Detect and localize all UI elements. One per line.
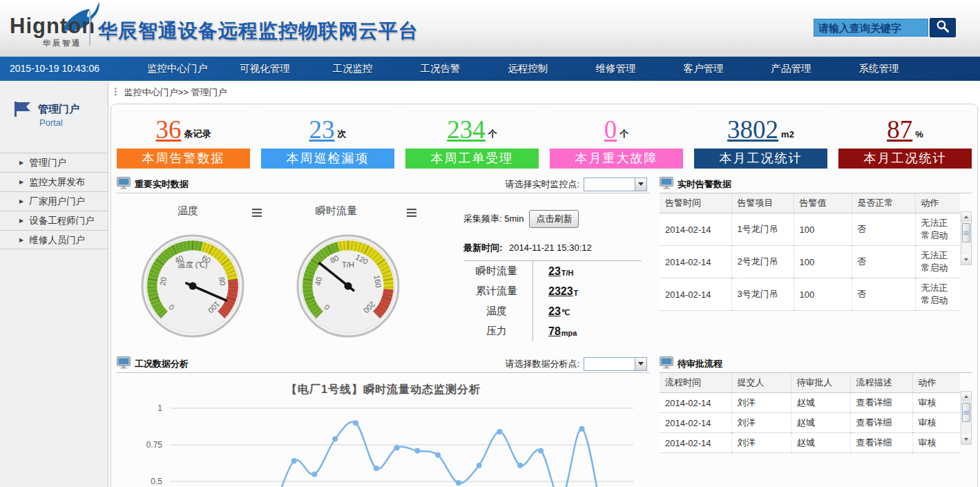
search-input[interactable] xyxy=(814,19,928,37)
realtime-readings: 采集频率: 5min 点击刷新 最新时间: 2014-11-21 15:30:1… xyxy=(463,210,642,341)
alarm-time: 2014-02-14 xyxy=(660,246,731,278)
scroll-thumb[interactable] xyxy=(962,223,970,242)
column-header[interactable]: 告警项目 xyxy=(731,193,794,213)
alarm-panel-header: 实时告警数据 xyxy=(660,175,972,193)
nav-item[interactable]: 远程控制 xyxy=(484,57,572,81)
stat-label-bar[interactable]: 本月工况统计 xyxy=(694,149,827,169)
reading-value[interactable]: 23 xyxy=(548,305,561,318)
column-header[interactable]: 是否正常 xyxy=(852,193,915,213)
nav-item[interactable]: 工况监控 xyxy=(309,57,396,81)
analysis-point-select[interactable] xyxy=(584,357,647,371)
sidebar-item-label: 管理门户 xyxy=(29,157,66,168)
sidebar-item[interactable]: ▶维修人员门户 xyxy=(0,230,108,249)
panel-row-1: 重要实时数据 请选择实时监控点: 温度 瞬时流量 xyxy=(117,175,972,351)
panel-title: 重要实时数据 xyxy=(135,178,189,191)
table-row[interactable]: 2014-02-14 刘洋 赵城 查看详细 审核 xyxy=(660,433,960,453)
stat-value-link[interactable]: 3802 xyxy=(727,117,778,142)
arrow-right-icon: ▶ xyxy=(19,198,23,204)
flow-approver: 赵城 xyxy=(791,433,850,453)
table-row[interactable]: 2014-02-14 3号龙门吊 100 否 无法正常启动 xyxy=(660,278,960,311)
stat-value-link[interactable]: 36 xyxy=(156,117,182,142)
table-row[interactable]: 2014-02-14 刘洋 赵城 查看详细 审核 xyxy=(660,413,960,433)
svg-text:T/H: T/H xyxy=(342,260,354,269)
scroll-up-icon[interactable] xyxy=(961,212,971,222)
alarm-table-header: 告警时间告警项目告警值是否正常动作 xyxy=(660,193,960,213)
flow-review-link[interactable]: 审核 xyxy=(912,413,960,433)
reading-value[interactable]: 2323 xyxy=(548,285,573,298)
column-header[interactable]: 流程描述 xyxy=(850,373,912,393)
table-row[interactable]: 2014-02-14 1号龙门吊 100 否 无法正常启动 xyxy=(660,213,960,246)
column-header[interactable]: 动作 xyxy=(915,193,960,213)
stat-label-bar[interactable]: 本周告警数据 xyxy=(117,149,250,169)
context-menu-icon[interactable] xyxy=(407,207,416,220)
flow-detail-link[interactable]: 查看详细 xyxy=(850,433,912,453)
stat-unit: m2 xyxy=(781,129,794,140)
scrollbar[interactable] xyxy=(961,391,972,445)
refresh-button[interactable]: 点击刷新 xyxy=(529,210,579,228)
column-header[interactable]: 提交人 xyxy=(731,373,791,393)
nav-item[interactable]: 产品管理 xyxy=(747,57,835,81)
nav-item[interactable]: 客户管理 xyxy=(660,57,747,81)
stat-value-link[interactable]: 234 xyxy=(447,117,486,142)
column-header[interactable]: 动作 xyxy=(912,373,960,393)
sidebar-item[interactable]: ▶管理门户 xyxy=(0,153,108,172)
latest-time-value: 2014-11-21 15:30:12 xyxy=(509,242,592,253)
flow-gauge: 04080120160200T/H xyxy=(296,233,401,338)
reading-value[interactable]: 23 xyxy=(548,265,561,278)
table-row[interactable]: 2014-02-14 2号龙门吊 100 否 无法正常启动 xyxy=(660,246,960,278)
scroll-up-icon[interactable] xyxy=(961,392,971,401)
stat-label-bar[interactable]: 本月工况统计 xyxy=(838,149,972,169)
stat-value-link[interactable]: 23 xyxy=(309,117,335,142)
stat-value-link[interactable]: 87 xyxy=(887,117,912,142)
search-button[interactable] xyxy=(930,18,956,37)
sidebar-item[interactable]: ▶厂家用户门户 xyxy=(0,191,108,211)
nav-item[interactable]: 工况告警 xyxy=(396,57,484,81)
flow-submitter: 刘洋 xyxy=(731,393,791,413)
table-row[interactable]: 2014-02-14 刘洋 赵城 查看详细 审核 xyxy=(660,393,960,413)
stat-card: 87 % 本月工况统计 xyxy=(838,110,972,169)
dropdown-arrow-icon[interactable] xyxy=(635,178,646,191)
monitor-point-select[interactable] xyxy=(584,178,647,191)
column-header[interactable]: 待审批人 xyxy=(791,373,850,393)
flow-time: 2014-02-14 xyxy=(660,433,731,453)
nav-item[interactable]: 系统管理 xyxy=(835,57,923,81)
context-menu-icon[interactable] xyxy=(252,207,262,220)
scroll-down-icon[interactable] xyxy=(961,435,971,444)
column-header[interactable]: 流程时间 xyxy=(660,373,731,393)
nav-item[interactable]: 监控中心门户 xyxy=(133,57,221,81)
nav-item[interactable]: 可视化管理 xyxy=(221,57,309,81)
column-header[interactable]: 告警值 xyxy=(794,193,852,213)
dropdown-arrow-icon[interactable] xyxy=(635,358,646,370)
approval-panel: 待审批流程 流程时间提交人待审批人流程描述动作 2014-02-14 xyxy=(660,355,972,487)
column-header[interactable]: 告警时间 xyxy=(660,193,731,213)
grip-icon xyxy=(115,82,117,104)
stat-label-bar[interactable]: 本周工单受理 xyxy=(405,149,539,169)
stat-label-bar[interactable]: 本月重大故障 xyxy=(550,149,683,169)
stat-value-link[interactable]: 0 xyxy=(604,117,617,142)
flow-submitter: 刘洋 xyxy=(731,433,791,453)
sidebar-item[interactable]: ▶设备工程师门户 xyxy=(0,211,108,230)
scroll-thumb[interactable] xyxy=(962,403,970,422)
flow-detail-link[interactable]: 查看详细 xyxy=(850,393,912,413)
portal-subtitle: Portal xyxy=(39,117,63,128)
flow-approver: 赵城 xyxy=(791,393,850,413)
top-header: Hignton 华辰智通 华辰智通设备远程监控物联网云平台 xyxy=(0,0,980,57)
reading-label: 温度 xyxy=(463,305,532,318)
reading-unit: T/H xyxy=(561,269,574,277)
analysis-point-label: 请选择数据分析点: xyxy=(505,358,579,370)
combo-value xyxy=(584,358,635,370)
flow-review-link[interactable]: 审核 xyxy=(912,433,960,453)
scrollbar[interactable] xyxy=(961,211,972,265)
alarm-action: 无法正常启动 xyxy=(915,246,960,278)
stat-card: 3802 m2 本月工况统计 xyxy=(694,110,827,169)
nav-item[interactable]: 维修管理 xyxy=(572,57,660,81)
flow-detail-link[interactable]: 查看详细 xyxy=(850,413,912,433)
flow-review-link[interactable]: 审核 xyxy=(912,393,960,413)
reading-value-cell: 23 T/H xyxy=(532,261,574,281)
scroll-down-icon[interactable] xyxy=(961,255,971,265)
arrow-right-icon: ▶ xyxy=(19,160,23,166)
stat-label-bar[interactable]: 本周巡检漏项 xyxy=(261,149,394,169)
logo-subtext: 华辰智通 xyxy=(43,38,81,48)
sidebar-item[interactable]: ▶监控大屏发布 xyxy=(0,172,108,191)
reading-value[interactable]: 78 xyxy=(548,325,561,338)
